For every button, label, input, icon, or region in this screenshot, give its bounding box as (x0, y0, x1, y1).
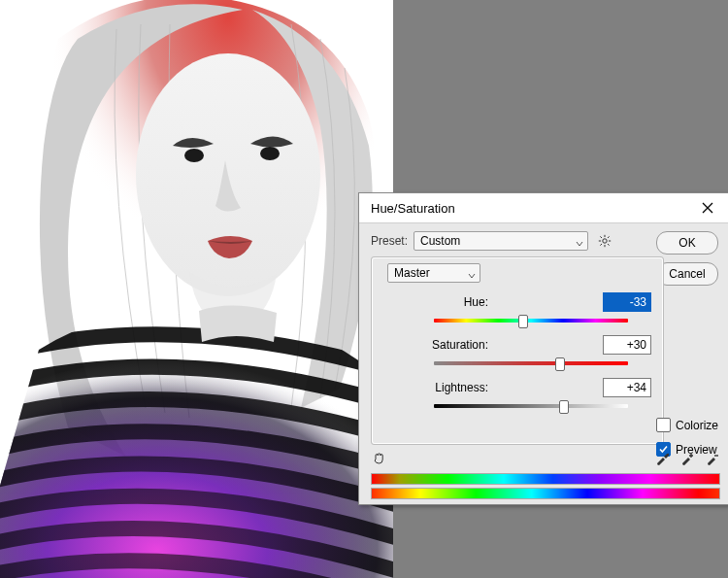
svg-point-2 (184, 149, 204, 162)
channel-value: Master (394, 266, 430, 280)
lightness-label: Lightness: (383, 381, 494, 394)
svg-point-1 (136, 53, 320, 296)
close-button[interactable] (691, 193, 724, 222)
hue-input[interactable]: -33 (603, 292, 651, 312)
saturation-input[interactable]: +30 (603, 335, 651, 355)
hue-thumb[interactable] (518, 315, 528, 328)
chevron-down-icon (576, 237, 583, 245)
chevron-down-icon (468, 269, 476, 277)
dialog-title: Hue/Saturation (371, 201, 691, 216)
colorize-checkbox[interactable] (656, 418, 671, 432)
saturation-gradient (434, 361, 628, 365)
svg-point-6 (603, 239, 607, 243)
saturation-slider[interactable] (434, 358, 628, 368)
eyedropper-add-icon[interactable] (679, 451, 695, 466)
input-spectrum-ramp[interactable] (371, 473, 720, 485)
lightness-input[interactable]: +34 (603, 378, 651, 397)
lightness-gradient (434, 404, 628, 408)
svg-point-3 (260, 147, 280, 160)
preset-value: Custom (420, 234, 460, 248)
svg-rect-5 (0, 311, 393, 578)
lightness-thumb[interactable] (559, 400, 569, 414)
targeted-adjustment-tool[interactable] (371, 450, 388, 467)
hue-saturation-dialog: Hue/Saturation Preset: Custom OK Cancel (358, 192, 728, 505)
canvas-document[interactable] (0, 0, 393, 578)
svg-line-13 (608, 236, 610, 238)
output-spectrum-ramp[interactable] (371, 488, 720, 499)
portrait-artwork (0, 0, 393, 578)
svg-line-12 (608, 244, 610, 246)
sliders-group: Master Hue: -33 Saturation: +30 (371, 256, 664, 445)
hue-gradient (434, 319, 628, 323)
preset-options-button[interactable] (594, 234, 615, 248)
ok-button[interactable]: OK (656, 231, 718, 255)
channel-combo[interactable]: Master (387, 263, 480, 283)
saturation-label: Saturation: (383, 338, 494, 352)
eyedropper-icon[interactable] (654, 451, 670, 466)
saturation-thumb[interactable] (555, 357, 565, 371)
preset-combo[interactable]: Custom (414, 231, 588, 251)
eyedropper-subtract-icon[interactable] (705, 451, 720, 466)
lightness-slider[interactable] (434, 401, 628, 411)
svg-line-11 (600, 236, 602, 238)
preset-label: Preset: (371, 234, 408, 248)
colorize-label: Colorize (676, 419, 718, 432)
hue-label: Hue: (383, 295, 494, 309)
hue-slider[interactable] (434, 316, 628, 325)
svg-line-14 (600, 244, 602, 246)
dialog-titlebar[interactable]: Hue/Saturation (359, 193, 728, 223)
cancel-button[interactable]: Cancel (656, 262, 718, 286)
